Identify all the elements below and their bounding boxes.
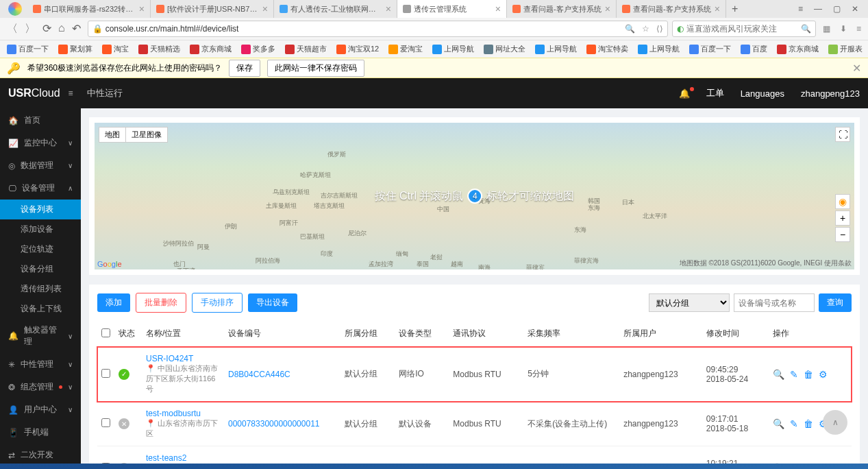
sidebar-subitem[interactable]: 设备列表 xyxy=(0,200,81,219)
device-sn-link[interactable]: 00007833000000000011 xyxy=(228,419,319,429)
browser-tab[interactable]: 查看问题-客户支持系统× xyxy=(617,0,726,18)
delete-icon[interactable]: 🗑 xyxy=(804,418,813,429)
bookmark-item[interactable]: 天猫精选 xyxy=(136,43,183,56)
map-marker-badge[interactable]: 4 xyxy=(467,189,482,204)
forward-button[interactable]: 〉 xyxy=(25,22,36,36)
sidebar-subitem[interactable]: 定位轨迹 xyxy=(0,239,81,259)
save-password-button[interactable]: 保存 xyxy=(229,60,260,77)
map-canvas[interactable]: 俄罗斯哈萨克斯坦乌兹别克斯坦土库曼斯坦吉尔吉斯斯坦塔吉克斯坦阿富汗伊朗巴基斯坦中… xyxy=(95,123,854,269)
browser-logo[interactable] xyxy=(3,0,27,18)
search-go-icon[interactable]: 🔍 xyxy=(801,24,811,34)
close-tab-icon[interactable]: × xyxy=(139,3,145,14)
bookmark-item[interactable]: 淘宝双12 xyxy=(334,43,382,56)
bookmark-item[interactable]: 上网导航 xyxy=(532,43,580,56)
minimize-button[interactable]: — xyxy=(811,3,825,15)
home-button[interactable]: ⌂ xyxy=(58,22,65,36)
device-search-input[interactable] xyxy=(734,293,815,312)
language-selector[interactable]: Languages xyxy=(741,88,784,99)
zoom-out-button[interactable]: − xyxy=(835,227,850,242)
bookmark-item[interactable]: 淘宝 xyxy=(99,43,132,56)
os-taskbar[interactable] xyxy=(0,464,868,469)
export-button[interactable]: 导出设备 xyxy=(248,293,297,312)
close-tab-icon[interactable]: × xyxy=(386,3,391,14)
row-checkbox[interactable] xyxy=(101,418,110,427)
bookmark-item[interactable]: 百度 xyxy=(738,43,770,56)
maximize-button[interactable]: ▢ xyxy=(830,3,843,15)
user-menu[interactable]: zhangpeng123 xyxy=(801,88,860,99)
bookmark-item[interactable]: 开服表 xyxy=(826,43,865,56)
add-button[interactable]: 添加 xyxy=(97,293,130,312)
bookmark-item[interactable]: 网址大全 xyxy=(481,43,528,56)
settings-icon[interactable]: ⚙ xyxy=(819,369,828,380)
device-name-link[interactable]: test-modbusrtu xyxy=(146,409,220,418)
undo-icon[interactable]: ↶ xyxy=(72,22,81,36)
sidebar-item[interactable]: ❂组态管理∨ xyxy=(0,376,81,398)
device-sn-link[interactable]: D8B04CCA446C xyxy=(228,370,290,379)
bookmark-item[interactable]: 百度一下 xyxy=(4,43,51,56)
bookmark-item[interactable]: 百度一下 xyxy=(686,43,734,56)
view-icon[interactable]: 🔍 xyxy=(773,418,784,429)
edit-icon[interactable]: ✎ xyxy=(790,418,798,429)
browser-tab[interactable]: 有人透传云-工业物联网云平台× xyxy=(274,0,397,18)
sidebar-subitem[interactable]: 设备上下线 xyxy=(0,299,81,319)
edit-icon[interactable]: ✎ xyxy=(790,369,798,380)
bookmark-item[interactable]: 上网导航 xyxy=(430,43,477,56)
extensions-icon[interactable]: ▦ xyxy=(820,24,833,34)
map-tab-map[interactable]: 地图 xyxy=(99,127,125,143)
close-tab-icon[interactable]: × xyxy=(715,3,720,14)
bookmark-item[interactable]: 上网导航 xyxy=(635,43,682,56)
sidebar-item[interactable]: ✳中性管理∨ xyxy=(0,353,81,376)
delete-icon[interactable]: 🗑 xyxy=(804,369,813,380)
sidebar-item[interactable]: 🏠首页 xyxy=(0,109,81,132)
sidebar-subitem[interactable]: 透传组列表 xyxy=(0,279,81,299)
sidebar-subitem[interactable]: 添加设备 xyxy=(0,219,81,239)
never-save-button[interactable]: 此网站一律不保存密码 xyxy=(267,60,364,77)
new-tab-button[interactable]: + xyxy=(726,3,743,15)
sidebar-item[interactable]: 🖵设备管理∧ xyxy=(0,177,81,200)
scroll-top-button[interactable]: ∧ xyxy=(823,410,847,435)
fullscreen-icon[interactable]: ⛶ xyxy=(835,127,850,142)
browser-tab[interactable]: 查看问题-客户支持系统× xyxy=(507,0,617,18)
close-pwbar-icon[interactable]: ✕ xyxy=(852,62,861,75)
sidebar-item[interactable]: 🔔触发器管理∨ xyxy=(0,319,81,353)
close-window-button[interactable]: ✕ xyxy=(849,3,861,15)
url-input[interactable] xyxy=(106,24,625,34)
bookmark-item[interactable]: 京东商城 xyxy=(774,43,821,56)
browser-tab[interactable]: 透传云管理系统× xyxy=(397,0,507,18)
sidebar-toggle-icon[interactable]: ≡ xyxy=(69,88,73,98)
download-icon[interactable]: ⬇ xyxy=(837,24,850,34)
back-button[interactable]: 〈 xyxy=(7,22,18,36)
sidebar-item[interactable]: 👤用户中心∨ xyxy=(0,398,81,421)
close-tab-icon[interactable]: × xyxy=(262,3,268,14)
bookmark-item[interactable]: 天猫超市 xyxy=(282,43,330,56)
search-engine-icon[interactable]: ◐ xyxy=(677,24,684,34)
zoom-in-button[interactable]: + xyxy=(835,211,850,226)
menu-icon[interactable]: ≡ xyxy=(795,3,806,15)
batch-delete-button[interactable]: 批量删除 xyxy=(136,293,186,313)
sidebar-item[interactable]: ◎数据管理∨ xyxy=(0,154,81,177)
sidebar-item[interactable]: 📱手机端 xyxy=(0,421,81,444)
sidebar-subitem[interactable]: 设备分组 xyxy=(0,259,81,279)
worklist-link[interactable]: 工单 xyxy=(706,87,724,99)
bookmark-item[interactable]: 奖多多 xyxy=(238,43,278,56)
map-tab-satellite[interactable]: 卫星图像 xyxy=(125,127,168,143)
select-all-checkbox[interactable] xyxy=(101,328,110,337)
device-name-link[interactable]: test-teans2 xyxy=(146,453,220,463)
device-name-link[interactable]: USR-IO424T xyxy=(146,354,220,363)
close-tab-icon[interactable]: × xyxy=(605,3,610,14)
reload-button[interactable]: ⟳ xyxy=(42,22,51,36)
search-input[interactable] xyxy=(686,24,801,34)
row-checkbox[interactable] xyxy=(101,369,110,378)
browser-tab[interactable]: 串口联网服务器-rs232转网络× xyxy=(27,0,151,18)
group-filter-select[interactable]: 默认分组 xyxy=(649,293,730,312)
notification-bell-icon[interactable]: 🔔 xyxy=(679,88,690,99)
bookmark-item[interactable]: 聚划算 xyxy=(55,43,95,56)
code-icon[interactable]: ⟨⟩ xyxy=(656,24,663,34)
close-tab-icon[interactable]: × xyxy=(495,3,501,14)
browser-tab[interactable]: [软件设计手册]USR-NB700V2× xyxy=(151,0,274,18)
bookmark-item[interactable]: 京东商城 xyxy=(187,43,234,56)
sidebar-item[interactable]: 📈监控中心∨ xyxy=(0,132,81,154)
brand-logo[interactable]: USRCloud xyxy=(8,87,60,99)
zoom-icon[interactable]: 🔍 xyxy=(625,24,635,34)
bookmark-item[interactable]: 爱淘宝 xyxy=(386,43,425,56)
